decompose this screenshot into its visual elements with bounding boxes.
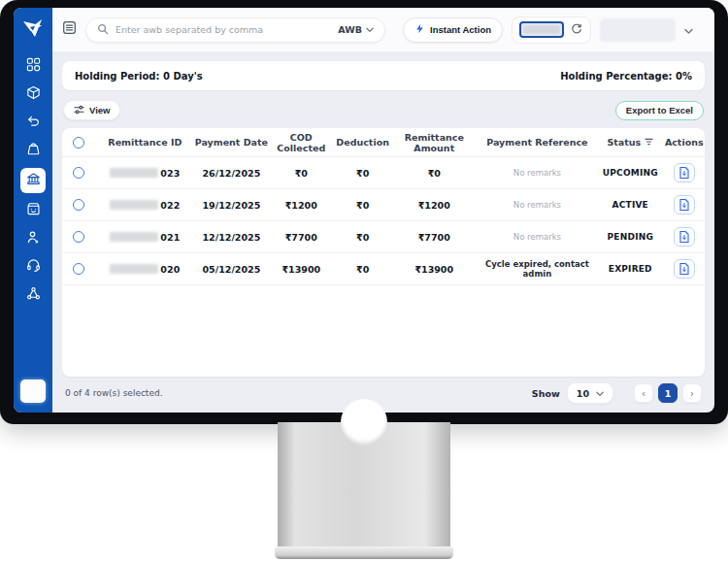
selection-count-text: 0 of 4 row(s) selected. xyxy=(65,388,163,398)
page-1-button[interactable]: 1 xyxy=(658,383,678,403)
sidebar-item-customers[interactable] xyxy=(20,228,46,249)
status-header-label: Status xyxy=(607,137,641,148)
customers-person-icon xyxy=(26,230,41,248)
refresh-icon xyxy=(571,20,582,39)
sidebar-item-orders[interactable] xyxy=(20,83,46,105)
main-area: Enter awb separated by comma AWB Instant… xyxy=(52,8,714,412)
payment-reference: No remarks xyxy=(478,168,597,178)
sidebar-item-dashboard[interactable] xyxy=(20,55,46,77)
deduction: ₹0 xyxy=(335,200,391,211)
row-action-button[interactable] xyxy=(674,163,695,182)
holding-summary-bar: Holding Period: 0 Day's Holding Percenta… xyxy=(62,61,705,90)
col-payment-reference: Payment Reference xyxy=(478,137,597,148)
status-label: EXPIRED xyxy=(597,264,663,274)
remittance-id-suffix: 020 xyxy=(160,264,180,275)
payment-date: 12/12/2025 xyxy=(195,232,268,243)
wallet-refresh-button[interactable] xyxy=(570,23,583,37)
sidebar-item-weight[interactable] xyxy=(20,140,46,161)
row-checkbox[interactable] xyxy=(73,231,84,243)
row-checkbox[interactable] xyxy=(73,199,84,211)
search-icon xyxy=(97,20,109,39)
row-checkbox[interactable] xyxy=(73,263,84,275)
filter-icon[interactable] xyxy=(645,137,653,148)
integrations-share-icon xyxy=(26,286,41,305)
app-screen: Enter awb separated by comma AWB Instant… xyxy=(14,8,714,412)
status-label: UPCOMING xyxy=(597,168,663,178)
col-cod-collected: COD Collected xyxy=(268,132,334,153)
cod-collected: ₹1200 xyxy=(268,200,334,211)
sidebar-item-remittance[interactable] xyxy=(20,168,46,193)
remittance-amount: ₹0 xyxy=(391,168,478,179)
table-row: 022 19/12/2025 ₹1200 ₹0 ₹1200 No remarks… xyxy=(62,189,705,221)
payment-reference: No remarks xyxy=(478,232,597,242)
instant-action-label: Instant Action xyxy=(430,24,491,35)
awb-search-input[interactable]: Enter awb separated by comma AWB xyxy=(85,17,385,43)
table-toolbar: View Export to Excel xyxy=(63,100,704,120)
brand-logo[interactable] xyxy=(19,15,47,42)
sidebar-item-returns[interactable] xyxy=(20,112,46,133)
orders-package-icon xyxy=(26,85,41,104)
export-button-label: Export to Excel xyxy=(626,105,693,116)
search-placeholder: Enter awb separated by comma xyxy=(116,24,331,35)
wallet-balance-redacted xyxy=(523,25,560,34)
payment-reference: No remarks xyxy=(478,200,597,210)
status-label: ACTIVE xyxy=(597,200,663,210)
remittance-amount: ₹7700 xyxy=(391,232,478,243)
row-action-button[interactable] xyxy=(674,195,695,214)
sidebar-item-integrations[interactable] xyxy=(20,284,46,306)
chevron-down-icon xyxy=(596,388,604,399)
row-action-button[interactable] xyxy=(674,227,695,247)
payment-date: 05/12/2025 xyxy=(195,264,268,275)
remittance-id-redacted xyxy=(110,200,158,210)
next-page-button[interactable]: › xyxy=(682,383,702,403)
col-deduction: Deduction xyxy=(335,137,391,148)
awb-filter-label: AWB xyxy=(338,24,362,35)
col-remittance-amount: Remittance Amount xyxy=(391,132,478,153)
row-action-button[interactable] xyxy=(674,259,695,279)
top-header: Enter awb separated by comma AWB Instant… xyxy=(52,8,714,52)
remittance-id-suffix: 022 xyxy=(160,200,180,211)
cod-collected: ₹7700 xyxy=(268,232,334,243)
products-box-icon xyxy=(26,202,41,220)
account-info-redacted xyxy=(600,18,676,42)
table-footer: 0 of 4 row(s) selected. Show 10 ‹ 1 › xyxy=(62,377,705,412)
remittance-id-redacted xyxy=(110,264,158,274)
col-actions: Actions xyxy=(664,137,705,148)
sidebar-item-products[interactable] xyxy=(20,200,46,221)
support-headset-icon xyxy=(26,258,41,277)
col-remittance-id: Remittance ID xyxy=(95,137,195,148)
account-widget[interactable] xyxy=(600,18,693,42)
page-size-dropdown[interactable]: 10 xyxy=(567,382,613,404)
cod-collected: ₹0 xyxy=(268,168,334,179)
awb-filter-dropdown[interactable]: AWB xyxy=(338,24,374,35)
instant-action-button[interactable]: Instant Action xyxy=(403,17,503,43)
sidebar-user-avatar[interactable] xyxy=(20,380,46,403)
deduction: ₹0 xyxy=(335,168,391,179)
weight-bag-icon xyxy=(26,142,41,160)
view-button[interactable]: View xyxy=(63,100,120,120)
export-to-excel-button[interactable]: Export to Excel xyxy=(615,101,704,120)
holding-percentage-text: Holding Percentage: 0% xyxy=(560,71,692,82)
deduction: ₹0 xyxy=(335,264,391,275)
payment-reference: Cycle expired, contact admin xyxy=(478,259,597,279)
list-icon xyxy=(62,20,77,39)
row-checkbox[interactable] xyxy=(73,167,84,179)
cod-collected: ₹13900 xyxy=(268,264,334,275)
table-row: 020 05/12/2025 ₹13900 ₹0 ₹13900 Cycle ex… xyxy=(62,253,705,285)
wallet-balance[interactable] xyxy=(519,21,564,38)
remittance-id-redacted xyxy=(110,232,158,242)
monitor-base xyxy=(275,546,453,559)
remittance-bank-icon xyxy=(26,172,41,190)
sidebar-item-support[interactable] xyxy=(20,256,46,278)
sidebar xyxy=(14,8,52,412)
remittance-amount: ₹13900 xyxy=(391,264,478,275)
prev-page-button[interactable]: ‹ xyxy=(634,383,653,403)
content-area: Holding Period: 0 Day's Holding Percenta… xyxy=(52,52,714,412)
dashboard-icon xyxy=(26,57,41,76)
remittance-id-redacted xyxy=(110,168,158,178)
sliders-icon xyxy=(74,105,84,116)
sidebar-toggle-button[interactable] xyxy=(62,21,77,39)
table-row: 021 12/12/2025 ₹7700 ₹0 ₹7700 No remarks… xyxy=(62,221,705,253)
remittance-id-suffix: 021 xyxy=(160,232,180,243)
select-all-checkbox[interactable] xyxy=(73,137,84,148)
